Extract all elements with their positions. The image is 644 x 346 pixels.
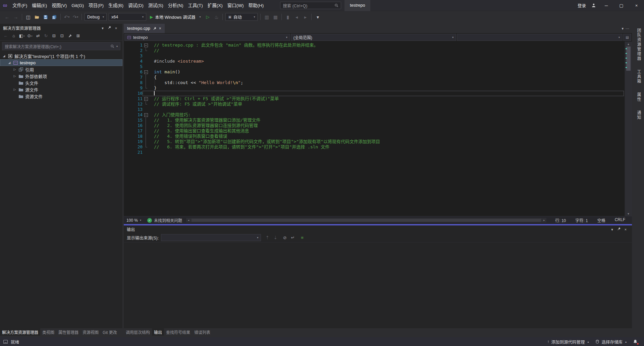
bottom-panel-tab[interactable]: 查找符号结果 bbox=[164, 328, 192, 336]
expander-icon[interactable]: ▷ bbox=[13, 68, 17, 71]
save-icon[interactable] bbox=[41, 13, 50, 21]
toggle-bookmark-icon[interactable]: ▮ bbox=[283, 13, 292, 21]
refresh-icon[interactable]: ↻ bbox=[42, 32, 50, 40]
fold-collapse-icon[interactable]: − bbox=[143, 69, 149, 75]
menu-item[interactable]: 编辑(E) bbox=[30, 0, 49, 11]
code-line[interactable]: 3 bbox=[124, 53, 625, 59]
solution-platforms-dropdown[interactable]: x64▾ bbox=[109, 13, 146, 21]
scroll-up-icon[interactable]: ▲ bbox=[625, 42, 632, 46]
goto-previous-message-icon[interactable]: ⇡ bbox=[263, 234, 271, 241]
nav-back-icon[interactable]: ← bbox=[3, 13, 11, 21]
open-file-icon[interactable] bbox=[33, 13, 41, 21]
menu-item[interactable]: 扩展(X) bbox=[205, 0, 225, 11]
new-project-icon[interactable]: ◫ bbox=[24, 13, 33, 21]
vertical-scrollbar[interactable]: ▲ ▼ bbox=[625, 42, 632, 216]
user-avatar-icon[interactable] bbox=[589, 3, 599, 8]
menu-item[interactable]: 分析(N) bbox=[166, 0, 186, 11]
breakpoint-margin[interactable] bbox=[124, 123, 129, 128]
scroll-left-icon[interactable]: ◂ bbox=[186, 218, 191, 222]
code-line[interactable]: 9} bbox=[124, 85, 625, 91]
code-editor[interactable]: 1−// testrepo.cpp : 此文件包含 "main" 函数。程序执行… bbox=[124, 42, 632, 216]
bottom-panel-tab[interactable]: 调用层次结构 bbox=[124, 328, 152, 336]
breakpoint-margin[interactable] bbox=[124, 85, 129, 91]
breakpoint-margin[interactable] bbox=[124, 53, 129, 59]
sign-in-button[interactable]: 登录 bbox=[575, 2, 589, 9]
status-spaces[interactable]: 空格 bbox=[593, 217, 610, 223]
zoom-dropdown[interactable]: 100 % ▾ bbox=[124, 218, 144, 223]
project-dropdown[interactable]: ++ testrepo ▾ bbox=[124, 34, 290, 41]
editor-options-icon[interactable]: ⋯ bbox=[626, 26, 629, 31]
code-line[interactable]: 6−int main() bbox=[124, 69, 625, 75]
member-dropdown[interactable]: ▾ bbox=[457, 34, 623, 41]
left-tool-tab[interactable]: 资源视图 bbox=[80, 328, 101, 336]
fold-collapse-icon[interactable]: − bbox=[143, 112, 149, 118]
horizontal-scrollbar[interactable]: ◂ ▸ bbox=[186, 218, 546, 222]
code-line[interactable]: 13 bbox=[124, 107, 625, 112]
close-tab-icon[interactable]: × bbox=[159, 26, 161, 31]
code-line[interactable]: 2// bbox=[124, 48, 625, 53]
code-line[interactable]: 18// 4. 使用错误列表窗口查看错误 bbox=[124, 134, 625, 139]
breakpoint-margin[interactable] bbox=[124, 43, 129, 48]
output-source-dropdown[interactable]: ▾ bbox=[161, 234, 261, 241]
show-all-files-icon[interactable]: ⊡ bbox=[58, 32, 66, 40]
right-auto-hide-tab[interactable]: 通知 bbox=[636, 110, 642, 121]
undo-icon[interactable]: ↶▾ bbox=[62, 13, 71, 21]
menu-item[interactable]: 窗口(W) bbox=[225, 0, 246, 11]
close-icon[interactable]: × bbox=[113, 25, 119, 31]
code-line[interactable]: 5 bbox=[124, 64, 625, 69]
left-tool-tab[interactable]: Git 更改 bbox=[101, 328, 119, 336]
toggle-word-wrap-icon[interactable]: ↵ bbox=[289, 234, 297, 241]
breakpoint-margin[interactable] bbox=[124, 59, 129, 64]
solution-explorer-titlebar[interactable]: 解决方案资源管理器 ▾× bbox=[0, 24, 122, 32]
menu-item[interactable]: Git(G) bbox=[69, 0, 86, 11]
expander-icon[interactable]: ▷ bbox=[13, 88, 17, 91]
redo-icon[interactable]: ↷▾ bbox=[71, 13, 80, 21]
close-icon[interactable]: × bbox=[622, 226, 629, 232]
solution-name-badge[interactable]: testrepo bbox=[344, 0, 370, 11]
switch-views-icon[interactable]: ◧▾ bbox=[18, 32, 26, 40]
breakpoint-margin[interactable] bbox=[124, 69, 129, 75]
tree-item[interactable]: 资源文件 bbox=[0, 93, 122, 99]
scrollbar-thumb[interactable] bbox=[192, 219, 541, 222]
code-line[interactable]: 12// 调试程序: F5 或调试 >"开始调试"菜单 bbox=[124, 101, 625, 107]
menu-item[interactable]: 帮助(H) bbox=[246, 0, 266, 11]
menu-item[interactable]: 文件(F) bbox=[10, 0, 30, 11]
document-list-chevron-icon[interactable]: ▾ bbox=[622, 26, 624, 31]
left-tool-tab[interactable]: 属性管理器 bbox=[56, 328, 80, 336]
se-home-icon[interactable]: ⌂ bbox=[10, 32, 18, 40]
menu-item[interactable]: 视图(V) bbox=[49, 0, 69, 11]
expander-icon[interactable]: ◢ bbox=[7, 61, 11, 64]
breakpoint-margin[interactable] bbox=[124, 48, 129, 53]
hot-reload-icon[interactable]: ♨ bbox=[212, 13, 221, 21]
menu-item[interactable]: 测试(S) bbox=[146, 0, 166, 11]
code-line[interactable]: 1−// testrepo.cpp : 此文件包含 "main" 函数。程序执行… bbox=[124, 43, 625, 48]
breakpoint-margin[interactable] bbox=[124, 96, 129, 101]
code-line[interactable]: 19// 5. 转到"项目">"添加新项"以创建新的代码文件，或转到"项目">"… bbox=[124, 139, 625, 144]
breakpoint-margin[interactable] bbox=[124, 144, 129, 150]
scroll-right-icon[interactable]: ▸ bbox=[542, 218, 546, 222]
add-to-source-control-button[interactable]: ↑ 添加到源代码管理 ▴ bbox=[544, 337, 592, 346]
messages-icon[interactable]: ≡ bbox=[298, 234, 306, 241]
nav-forward-icon[interactable]: → bbox=[11, 13, 20, 21]
breakpoint-margin[interactable] bbox=[124, 150, 129, 155]
properties-icon[interactable] bbox=[66, 32, 74, 40]
expander-icon[interactable]: ◢ bbox=[2, 54, 6, 58]
breakpoint-margin[interactable] bbox=[124, 118, 129, 123]
code-line[interactable]: 17// 3. 使用输出窗口查看生成输出和其他消息 bbox=[124, 128, 625, 134]
sync-with-active-document-icon[interactable]: ⇄ bbox=[34, 32, 42, 40]
tree-item[interactable]: ◢++testrepo bbox=[0, 59, 122, 66]
background-tasks-icon[interactable] bbox=[3, 340, 8, 344]
expander-icon[interactable]: ▷ bbox=[13, 74, 17, 78]
toolbar-options-icon[interactable]: ▾ bbox=[313, 13, 322, 21]
fold-collapse-icon[interactable]: − bbox=[143, 96, 149, 101]
code-line[interactable]: 15// 1. 使用解决方案资源管理器窗口添加/管理文件 bbox=[124, 118, 625, 123]
uncomment-selection-icon[interactable]: ▦ bbox=[271, 13, 280, 21]
tree-item[interactable]: ◢解决方案"testrepo"(1 个项目/共 1 个) bbox=[0, 53, 122, 59]
breakpoint-margin[interactable] bbox=[124, 91, 129, 96]
tree-item[interactable]: ▷源文件 bbox=[0, 86, 122, 93]
collapse-all-icon[interactable]: ⊟ bbox=[50, 32, 58, 40]
breakpoint-margin[interactable] bbox=[124, 101, 129, 107]
solution-configurations-dropdown[interactable]: Debug▾ bbox=[85, 13, 107, 21]
code-line[interactable]: 8 std::cout << "Hello World!\n"; bbox=[124, 80, 625, 85]
menu-item[interactable]: 生成(B) bbox=[106, 0, 126, 11]
